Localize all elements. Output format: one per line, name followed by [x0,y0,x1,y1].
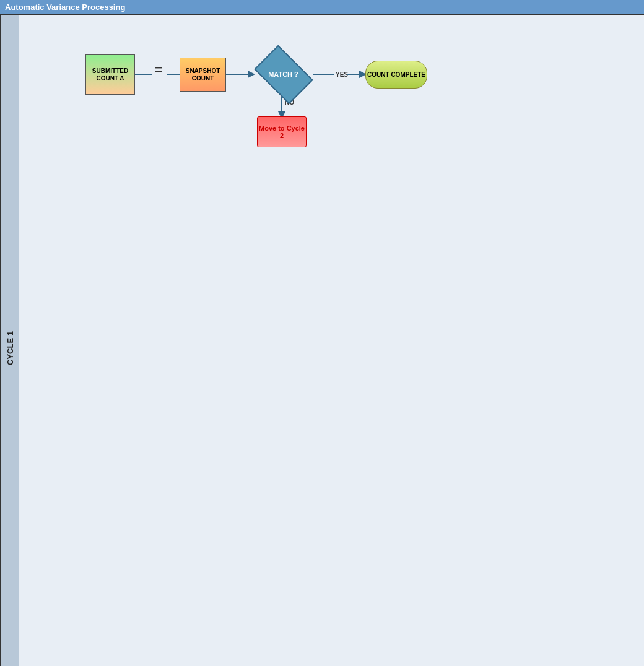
app-title: Automatic Variance Processing [5,2,125,12]
cycle1-content: YES NO SUBMITTED COUNT A [19,15,644,666]
match-diamond-1: MATCH ? [254,54,313,95]
title-bar: Automatic Variance Processing [0,0,644,15]
submitted-count-a-box: SUBMITTED COUNT A [85,54,135,95]
count-complete-1: COUNT COMPLETE [365,61,427,89]
move-cycle2: Move to Cycle 2 [257,116,307,147]
equals-1: = [155,62,163,78]
cycle1-row: CYCLE 1 YES NO [0,15,644,666]
svg-text:YES: YES [336,71,348,78]
cycle1-label: CYCLE 1 [0,15,19,666]
main-container: CYCLE 1 YES NO [0,15,644,666]
snapshot-count-1: SNAPSHOT COUNT [180,58,226,92]
